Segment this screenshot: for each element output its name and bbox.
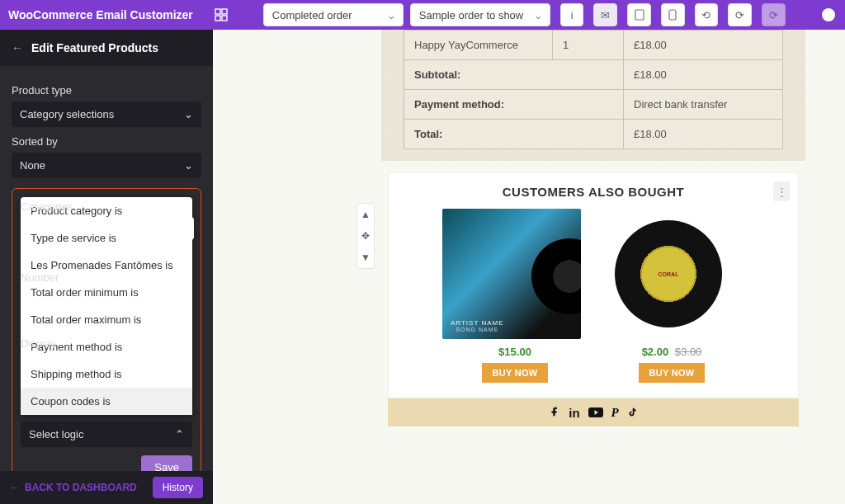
refresh-button[interactable]: ⟳ xyxy=(728,3,752,26)
product-price: $15.00 xyxy=(442,346,588,358)
product-type-select[interactable]: Category selections ⌄ xyxy=(12,101,201,127)
save-button[interactable]: Save xyxy=(141,455,192,471)
vinyl-record: CORAL xyxy=(615,220,722,327)
product-image: CORAL xyxy=(599,209,738,339)
refresh-icon: ⟳ xyxy=(735,9,744,21)
table-row: Happy YayCommerce 1 £18.00 xyxy=(404,31,783,60)
preview-area: ▲ ✥ ▼ Happy YayCommerce 1 £18.00 Subtota… xyxy=(213,30,845,504)
item-qty: 1 xyxy=(553,31,624,60)
drag-handle-icon[interactable]: ✥ xyxy=(360,228,371,243)
email-canvas: Happy YayCommerce 1 £18.00 Subtotal: £18… xyxy=(381,30,805,426)
cross-sell-block[interactable]: ⋮ CUSTOMERS ALSO BOUGHT ARTIST NAME SONG… xyxy=(388,172,799,398)
logic-option[interactable]: Type de service is xyxy=(21,224,192,252)
facebook-icon[interactable] xyxy=(549,406,560,420)
back-arrow-icon[interactable]: ← xyxy=(12,41,23,54)
product-row: ARTIST NAME SONG NAME $15.00 BUY NOW C xyxy=(397,209,790,383)
enable-toggle[interactable] xyxy=(809,7,837,23)
back-label: BACK TO DASHBOARD xyxy=(25,482,137,493)
product-card: CORAL $2.00 $3.00 BUY NOW xyxy=(599,209,744,383)
table-row: Subtotal: £18.00 xyxy=(404,60,783,90)
product-card: ARTIST NAME SONG NAME $15.00 BUY NOW xyxy=(442,209,588,383)
tiktok-icon[interactable] xyxy=(627,406,638,420)
arrow-left-icon: ← xyxy=(10,482,20,493)
table-row: Payment method: Direct bank transfer xyxy=(404,90,783,120)
chevron-down-icon: ⌄ xyxy=(387,9,396,21)
svg-rect-0 xyxy=(215,9,220,14)
info-button[interactable]: i xyxy=(560,3,584,26)
email-body: Happy YayCommerce 1 £18.00 Subtotal: £18… xyxy=(381,30,805,161)
email-type-select[interactable]: Completed order ⌄ xyxy=(263,3,404,26)
payment-value: Direct bank transfer xyxy=(624,90,783,120)
main: ← Edit Featured Products Product type Ca… xyxy=(0,30,845,504)
sorted-by-value: None xyxy=(20,159,45,172)
redo-button[interactable]: ⟳ xyxy=(762,3,786,26)
pinterest-icon[interactable]: P xyxy=(611,406,619,420)
sample-order-select[interactable]: Sample order to show ⌄ xyxy=(410,3,550,26)
undo-icon: ⟲ xyxy=(701,9,710,21)
total-label: Total: xyxy=(404,120,624,149)
block-options-button[interactable]: ⋮ xyxy=(773,181,790,201)
toggle-knob xyxy=(822,8,835,21)
youtube-icon[interactable] xyxy=(588,406,603,420)
logic-dropdown[interactable]: Product category is Type de service is L… xyxy=(21,197,192,415)
sidebar-title: Edit Featured Products xyxy=(31,41,158,54)
sample-order-value: Sample order to show xyxy=(419,9,523,21)
sorted-by-label: Sorted by xyxy=(12,135,201,148)
sorted-by-select[interactable]: None ⌄ xyxy=(12,153,201,178)
more-vertical-icon: ⋮ xyxy=(777,186,787,198)
buy-now-button[interactable]: BUY NOW xyxy=(639,363,704,383)
subtotal-label: Subtotal: xyxy=(404,60,624,90)
back-to-dashboard[interactable]: ← BACK TO DASHBOARD xyxy=(10,482,137,493)
svg-rect-4 xyxy=(635,10,644,20)
select-logic-control[interactable]: Select logic ⌃ xyxy=(21,422,192,447)
chevron-down-icon: ⌄ xyxy=(534,9,543,21)
mail-icon: ✉ xyxy=(601,9,610,21)
redo-icon: ⟳ xyxy=(769,9,778,21)
linkedin-icon[interactable]: in xyxy=(569,406,579,420)
vinyl-label: CORAL xyxy=(644,250,692,298)
history-button[interactable]: History xyxy=(153,477,203,498)
conditional-logic-box: Categories Number Display Product catego… xyxy=(12,188,201,471)
logic-option[interactable]: Coupon codes is xyxy=(21,388,192,415)
payment-label: Payment method: xyxy=(404,90,624,120)
logic-option[interactable]: Shipping method is xyxy=(21,360,192,388)
product-type-value: Category selections xyxy=(20,108,114,120)
sidebar-body: Product type Category selections ⌄ Sorte… xyxy=(0,66,213,471)
layout-grid-icon[interactable] xyxy=(213,6,230,24)
sidebar-header: ← Edit Featured Products xyxy=(0,30,213,66)
product-image: ARTIST NAME SONG NAME xyxy=(442,209,581,339)
sidebar-footer: ← BACK TO DASHBOARD History xyxy=(0,471,213,504)
album-artist-text: ARTIST NAME SONG NAME xyxy=(451,319,504,332)
number-label: Number xyxy=(21,271,59,284)
product-type-label: Product type xyxy=(12,84,201,97)
svg-rect-3 xyxy=(222,16,227,21)
info-icon: i xyxy=(571,9,574,21)
svg-rect-1 xyxy=(222,9,227,14)
logic-option[interactable]: Total order maximum is xyxy=(21,306,192,333)
app-title: WooCommerce Email Customizer xyxy=(8,8,193,21)
mobile-view-button[interactable] xyxy=(661,3,685,26)
total-value: £18.00 xyxy=(624,120,783,149)
page-view-button[interactable] xyxy=(627,3,651,26)
mail-view-button[interactable]: ✉ xyxy=(593,3,617,26)
move-down-icon[interactable]: ▼ xyxy=(359,250,372,265)
table-row: Total: £18.00 xyxy=(404,120,783,149)
block-move-controls: ▲ ✥ ▼ xyxy=(356,203,375,269)
undo-button[interactable]: ⟲ xyxy=(695,3,719,26)
svg-rect-5 xyxy=(669,10,676,20)
cross-sell-title: CUSTOMERS ALSO BOUGHT xyxy=(397,185,790,199)
old-price: $3.00 xyxy=(675,346,702,358)
order-table: Happy YayCommerce 1 £18.00 Subtotal: £18… xyxy=(404,30,783,149)
chevron-down-icon: ⌄ xyxy=(184,108,193,120)
topbar: WooCommerce Email Customizer Completed o… xyxy=(0,0,845,30)
chevron-up-icon: ⌃ xyxy=(175,428,184,440)
product-price: $2.00 $3.00 xyxy=(599,346,744,358)
select-logic-label: Select logic xyxy=(29,428,83,440)
sidebar: ← Edit Featured Products Product type Ca… xyxy=(0,30,213,504)
social-bar: in P xyxy=(388,398,799,426)
buy-now-button[interactable]: BUY NOW xyxy=(482,363,547,383)
move-up-icon[interactable]: ▲ xyxy=(359,207,372,222)
item-name: Happy YayCommerce xyxy=(404,31,553,60)
svg-rect-2 xyxy=(215,16,220,21)
categories-label: Categories xyxy=(21,200,73,213)
